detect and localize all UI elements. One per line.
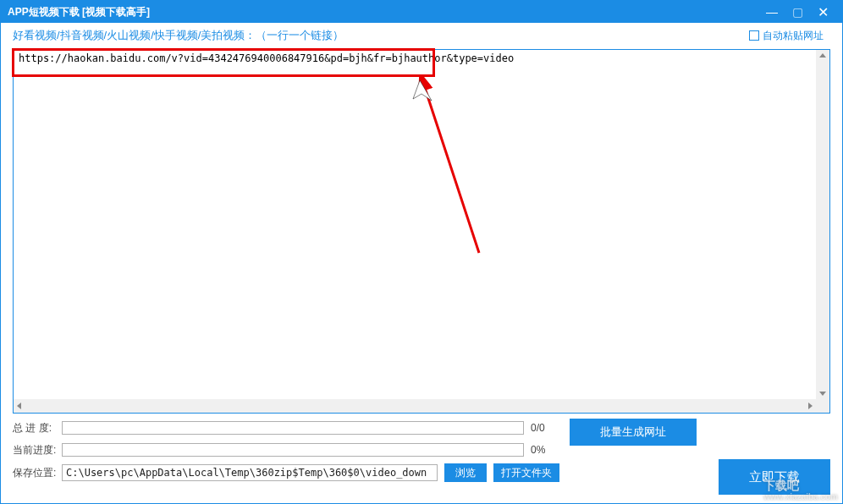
save-path-label: 保存位置: <box>13 466 62 480</box>
close-button[interactable]: ✕ <box>810 1 835 23</box>
scrollbar-corner <box>816 399 829 413</box>
url-textarea-wrap: https://haokan.baidu.com/v?vid=434247694… <box>13 49 830 414</box>
current-progress-label: 当前进度: <box>13 443 62 457</box>
current-progress-bar <box>62 443 524 457</box>
auto-paste-checkbox[interactable]: 自动粘贴网址 <box>749 29 824 43</box>
header-row: 好看视频/抖音视频/火山视频/快手视频/美拍视频：（一行一个链接） 自动粘贴网址 <box>1 23 842 49</box>
app-window: APP短视频下载 [视频下载高手] — ▢ ✕ 好看视频/抖音视频/火山视频/快… <box>0 0 843 504</box>
total-progress-label: 总 进 度: <box>13 421 62 436</box>
window-title: APP短视频下载 [视频下载高手] <box>8 5 759 19</box>
maximize-button[interactable]: ▢ <box>785 1 810 23</box>
open-folder-button[interactable]: 打开文件夹 <box>493 463 559 482</box>
bottom-panel: 总 进 度: 0/0 当前进度: 0% 保存位置: 浏览 打开文件夹 批量生成网… <box>13 414 830 503</box>
download-button[interactable]: 立即下载 <box>719 459 830 495</box>
save-path-row: 保存位置: 浏览 打开文件夹 <box>13 463 559 483</box>
browse-button[interactable]: 浏览 <box>444 463 487 482</box>
batch-generate-button[interactable]: 批量生成网址 <box>570 419 697 446</box>
scrollbar-horizontal[interactable] <box>14 399 816 413</box>
url-instruction-label: 好看视频/抖音视频/火山视频/快手视频/美拍视频：（一行一个链接） <box>13 28 749 43</box>
auto-paste-label: 自动粘贴网址 <box>763 29 824 43</box>
current-progress-value: 0% <box>524 444 559 456</box>
checkbox-icon <box>749 30 759 41</box>
scrollbar-vertical[interactable] <box>816 50 829 399</box>
save-path-input[interactable] <box>62 464 438 481</box>
bottom-left: 总 进 度: 0/0 当前进度: 0% 保存位置: 浏览 打开文件夹 <box>13 419 559 495</box>
current-progress-row: 当前进度: 0% <box>13 441 559 459</box>
url-textarea[interactable]: https://haokan.baidu.com/v?vid=434247694… <box>14 50 816 399</box>
total-progress-row: 总 进 度: 0/0 <box>13 419 559 437</box>
total-progress-bar <box>62 421 524 435</box>
titlebar: APP短视频下载 [视频下载高手] — ▢ ✕ <box>1 1 842 23</box>
minimize-button[interactable]: — <box>759 1 785 23</box>
total-progress-value: 0/0 <box>524 422 559 434</box>
bottom-right: 批量生成网址 立即下载 <box>559 419 830 495</box>
